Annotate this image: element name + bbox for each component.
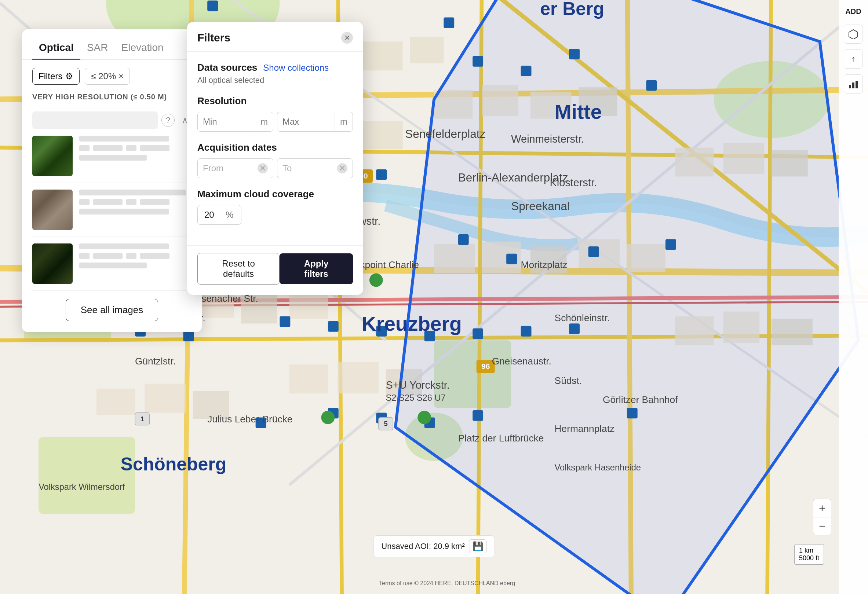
svg-text:96: 96 <box>481 362 490 370</box>
tab-elevation[interactable]: Elevation <box>115 38 170 60</box>
image-meta <box>79 136 192 164</box>
svg-text:Mitte: Mitte <box>555 100 602 123</box>
date-from-clear-button[interactable]: ✕ <box>258 163 268 174</box>
date-to-placeholder: To <box>282 163 334 174</box>
filters-modal: Filters ✕ Data sources Show collections … <box>187 22 363 295</box>
see-all-images-button[interactable]: See all images <box>66 299 158 321</box>
image-meta <box>79 190 192 218</box>
svg-text:S+U Yorckstr.: S+U Yorckstr. <box>386 379 450 391</box>
svg-rect-35 <box>289 364 328 394</box>
svg-text:Volkspark Wilmersdorf: Volkspark Wilmersdorf <box>38 482 125 492</box>
meta-title <box>79 190 186 195</box>
zoom-in-button[interactable]: + <box>813 499 831 517</box>
modal-header: Filters ✕ <box>187 22 363 52</box>
aoi-text: Unsaved AOI: 20.9 km² <box>381 542 465 551</box>
all-optical-text: All optical selected <box>197 75 353 85</box>
meta-title <box>79 136 169 141</box>
show-collections-link[interactable]: Show collections <box>263 63 329 73</box>
cloud-filter-chip[interactable]: ≤ 20% × <box>85 68 130 85</box>
resolution-max-input[interactable] <box>278 112 335 131</box>
filters-button[interactable]: Filters ⚙ <box>32 68 80 85</box>
polygon-tool-button[interactable] <box>844 25 863 44</box>
upload-button[interactable]: ↑ <box>844 50 863 69</box>
cloud-coverage-section: Maximum cloud coverage % <box>197 189 353 225</box>
chart-button[interactable] <box>844 74 863 93</box>
image-item[interactable] <box>32 183 192 237</box>
image-item[interactable] <box>32 129 192 183</box>
svg-rect-56 <box>376 170 387 180</box>
chart-icon <box>848 79 858 89</box>
svg-rect-77 <box>472 410 483 421</box>
svg-rect-68 <box>472 328 483 339</box>
svg-rect-44 <box>38 437 135 514</box>
svg-text:Schöneberg: Schöneberg <box>121 454 227 475</box>
time-value <box>140 253 170 259</box>
svg-rect-60 <box>458 234 469 245</box>
svg-rect-52 <box>521 66 531 76</box>
cloud-icon <box>79 199 90 205</box>
save-aoi-button[interactable]: 💾 <box>469 539 487 553</box>
time-icon <box>126 199 136 205</box>
svg-marker-124 <box>849 30 858 39</box>
svg-rect-15 <box>362 121 403 149</box>
modal-title: Filters <box>197 31 230 44</box>
modal-footer: Reset to defaults Apply filters <box>187 245 363 295</box>
scale-ft: 5000 ft <box>799 554 819 562</box>
svg-text:5: 5 <box>384 420 387 427</box>
svg-rect-54 <box>646 80 657 91</box>
svg-text:er Berg: er Berg <box>540 0 604 19</box>
clear-icon: ✕ <box>258 163 268 174</box>
aoi-badge: Unsaved AOI: 20.9 km² 💾 <box>373 535 494 557</box>
section-title: VERY HIGH RESOLUTION (≤ 0.50 M) <box>22 85 202 105</box>
date-to-wrapper: To ✕ <box>277 158 353 178</box>
svg-rect-64 <box>279 317 290 327</box>
svg-point-79 <box>369 274 383 287</box>
svg-text:Güntzlstr.: Güntzlstr. <box>135 356 176 367</box>
meta-title <box>79 243 169 249</box>
svg-rect-125 <box>849 85 851 88</box>
filter-icon: ⚙ <box>65 71 73 81</box>
svg-rect-36 <box>338 362 379 393</box>
date-to-clear-button[interactable]: ✕ <box>337 163 347 174</box>
tab-optical[interactable]: Optical <box>32 38 80 60</box>
svg-rect-63 <box>666 239 676 250</box>
svg-rect-50 <box>444 18 454 28</box>
svg-text:Spreekanal: Spreekanal <box>511 199 570 213</box>
meta-icons <box>79 199 192 205</box>
svg-text:Julius Leber-Brücke: Julius Leber-Brücke <box>207 414 292 424</box>
zoom-controls: + − <box>813 499 831 535</box>
resolution-min-input[interactable] <box>198 112 255 131</box>
meta-subtitle <box>79 209 169 215</box>
resolution-title: Resolution <box>197 95 353 107</box>
help-icon[interactable]: ? <box>161 113 175 127</box>
svg-text:Platz der Luftbrücke: Platz der Luftbrücke <box>458 433 544 444</box>
modal-body: Data sources Show collections All optica… <box>187 52 363 245</box>
meta-icons <box>79 253 192 259</box>
acquisition-dates-section: Acquisition dates From ✕ To ✕ <box>197 142 353 178</box>
svg-rect-47 <box>207 1 218 11</box>
search-input[interactable] <box>32 112 158 129</box>
left-panel: Optical SAR Elevation Filters ⚙ ≤ 20% × … <box>22 29 202 332</box>
zoom-out-button[interactable]: − <box>813 517 831 535</box>
svg-text:Klosterstr.: Klosterstr. <box>549 177 597 189</box>
svg-point-80 <box>321 411 335 424</box>
cloud-coverage-input[interactable] <box>204 210 223 220</box>
modal-close-button[interactable]: ✕ <box>341 32 353 44</box>
resolution-min-wrapper: m <box>197 112 273 132</box>
cloud-icon <box>79 145 90 151</box>
scale-bar: 1 km 5000 ft <box>794 544 824 565</box>
svg-text:Hermannplatz: Hermannplatz <box>555 423 615 434</box>
acquisition-dates-title: Acquisition dates <box>197 142 353 153</box>
tab-sar[interactable]: SAR <box>80 38 115 60</box>
date-inputs: From ✕ To ✕ <box>197 158 353 178</box>
search-bar: ? ∧ <box>22 105 202 129</box>
meta-subtitle <box>79 262 147 268</box>
svg-rect-53 <box>569 49 580 59</box>
apply-filters-button[interactable]: Apply filters <box>279 254 353 284</box>
image-item[interactable] <box>32 237 192 291</box>
reset-defaults-button[interactable]: Reset to defaults <box>197 253 279 284</box>
svg-rect-65 <box>328 321 339 332</box>
cloud-coverage-title: Maximum cloud coverage <box>197 189 353 200</box>
svg-rect-61 <box>506 254 517 264</box>
image-meta <box>79 243 192 272</box>
